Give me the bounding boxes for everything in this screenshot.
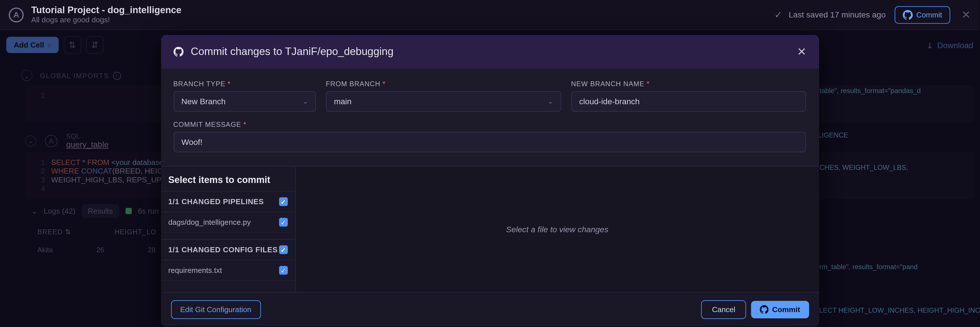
chevron-down-icon: ⌄ bbox=[548, 98, 553, 105]
commit-form: BRANCH TYPE * New Branch ⌄ FROM BRANCH *… bbox=[161, 69, 819, 166]
from-branch-label: FROM BRANCH * bbox=[326, 80, 561, 87]
github-icon bbox=[173, 47, 183, 57]
select-items-heading: Select items to commit bbox=[161, 167, 295, 191]
diff-viewer-placeholder: Select a file to view changes bbox=[296, 167, 819, 292]
config-group-header[interactable]: 1/1 CHANGED CONFIG FILES ✓ bbox=[161, 239, 295, 260]
commit-message-label: COMMIT MESSAGE * bbox=[173, 121, 806, 128]
chevron-down-icon: ⌄ bbox=[303, 98, 307, 105]
commit-modal: Commit changes to TJaniF/epo_debugging ✕… bbox=[161, 35, 819, 326]
commit-button[interactable]: Commit bbox=[751, 301, 809, 318]
modal-overlay: Commit changes to TJaniF/epo_debugging ✕… bbox=[0, 0, 979, 326]
commit-message-input[interactable] bbox=[173, 132, 806, 152]
edit-git-config-button[interactable]: Edit Git Configuration bbox=[171, 300, 261, 319]
file-item-config[interactable]: requirements.txt ✓ bbox=[161, 260, 295, 281]
checkbox-checked-icon[interactable]: ✓ bbox=[278, 245, 288, 254]
new-branch-name-input[interactable] bbox=[571, 91, 806, 112]
modal-title: Commit changes to TJaniF/epo_debugging bbox=[191, 46, 789, 58]
modal-header: Commit changes to TJaniF/epo_debugging ✕ bbox=[161, 35, 819, 69]
branch-type-select[interactable]: New Branch ⌄ bbox=[173, 91, 316, 112]
github-icon bbox=[760, 305, 768, 314]
modal-close-button[interactable]: ✕ bbox=[797, 45, 807, 59]
checkbox-checked-icon[interactable]: ✓ bbox=[278, 218, 288, 227]
file-list-panel: Select items to commit 1/1 CHANGED PIPEL… bbox=[161, 167, 296, 292]
modal-footer: Edit Git Configuration Cancel Commit bbox=[161, 292, 819, 326]
checkbox-checked-icon[interactable]: ✓ bbox=[278, 197, 288, 206]
pipelines-group-header[interactable]: 1/1 CHANGED PIPELINES ✓ bbox=[161, 191, 295, 212]
modal-body: Select items to commit 1/1 CHANGED PIPEL… bbox=[161, 166, 819, 292]
new-branch-name-label: NEW BRANCH NAME * bbox=[571, 80, 806, 87]
branch-type-label: BRANCH TYPE * bbox=[173, 80, 316, 87]
checkbox-checked-icon[interactable]: ✓ bbox=[278, 266, 288, 275]
cancel-button[interactable]: Cancel bbox=[702, 300, 746, 319]
file-item-pipeline[interactable]: dags/dog_intelligence.py ✓ bbox=[161, 212, 295, 233]
from-branch-select[interactable]: main ⌄ bbox=[326, 91, 561, 112]
